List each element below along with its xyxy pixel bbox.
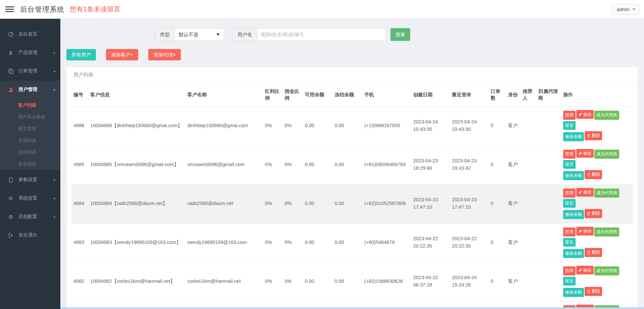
cell-last-login: 2023-04-23 19:43:42 [450,145,489,184]
cell-phone: (+1)0988167855 [362,106,411,145]
column-header: 操作 [561,83,633,106]
delete-button[interactable]: 删除 [585,287,602,296]
cell-actions: 禁用修改成为代理商留言 修改余额删除 [561,106,633,145]
sidebar-subitem-fund-details[interactable]: 资金明细 [0,158,60,170]
disable-button[interactable]: 禁用 [563,227,576,237]
cell-available-balance: 0.00 [303,262,333,301]
sidebar-item-products[interactable]: ฿ 产品管理 ▸ [0,44,60,61]
dashboard-icon [7,32,14,37]
edit-button[interactable]: 修改 [576,149,594,158]
cell-customer-name: dinhhiep150680@gmai.com [185,106,263,145]
sidebar-item-users[interactable]: 用户管理 ▸ [0,81,60,98]
sidebar-item-label: 后台首页 [18,31,56,37]
delete-button[interactable]: 删除 [585,170,602,179]
disable-button[interactable]: 禁用 [563,111,576,120]
message-button[interactable]: 留言 [563,121,576,130]
cell-bonus-ratio: 0% [263,262,283,301]
delete-button[interactable]: 删除 [585,248,602,257]
become-agent-button[interactable]: 成为代理商 [594,227,620,237]
cell-phone: (+81)09056489769 [362,145,411,184]
edit-balance-button[interactable]: 修改余额 [563,132,584,141]
sidebar-item-label: 产品管理 [18,50,54,56]
cell-available-balance: 0.00 [303,223,333,262]
add-customer-button[interactable]: 添加客户+ [106,49,138,60]
cell-commission-ratio: 0% [282,145,303,184]
cell-actions: 禁用修改成为代理商留言 修改余额删除 [561,262,633,301]
cell-role: 客户 [506,145,521,184]
trash-icon [587,290,591,294]
sidebar-item-system[interactable]: ⚙ 系统设置 ▸ [0,190,60,207]
sidebar-item-orders[interactable]: 订单管理 ▸ [0,62,60,80]
horizontal-scrollbar[interactable] [60,307,644,309]
delete-button[interactable]: 删除 [585,209,602,218]
sidebar-item-other[interactable]: ⚙ 其他配置 ▸ [0,208,60,225]
chevron-down-icon [216,34,220,36]
message-button[interactable]: 留言 [563,160,576,169]
username-input[interactable] [257,29,386,41]
chevron-down-icon [632,8,636,10]
cell-last-login: 2023-04-24 10:43:30 [450,106,489,145]
cell-created-date: 2023-04-22 20:22:35 [411,223,450,262]
cell-referrer [521,223,536,262]
pencil-icon [578,190,582,194]
add-agent-button[interactable]: 添加代理+ [148,49,180,60]
cell-customer-info: 10004986【dinhhiep150680@gmai.com】 [88,106,185,145]
message-button[interactable]: 留言 [563,199,576,208]
cell-role: 客户 [506,262,521,301]
sidebar-item-logout[interactable]: 安全退出 [0,226,60,244]
message-button[interactable]: 留言 [563,238,576,247]
all-users-button[interactable]: 所有用户 [66,49,96,60]
cell-bonus-ratio: 0% [263,145,283,184]
become-agent-button[interactable]: 成为代理商 [594,150,620,159]
edit-button[interactable]: 修改 [576,227,594,236]
cell-role: 客户 [506,184,521,223]
edit-button[interactable]: 修改 [576,266,594,275]
pencil-icon [578,112,582,116]
column-header: 手机 [362,83,411,106]
menu-toggle-icon[interactable] [5,5,14,13]
cell-available-balance: 0.00 [303,106,333,145]
edit-button[interactable]: 修改 [576,110,594,119]
become-agent-button[interactable]: 成为代理商 [594,189,620,198]
cell-commission-ratio: 0% [282,223,303,262]
chevron-right-icon: ▸ [54,177,56,182]
disable-button[interactable]: 禁用 [563,189,576,198]
sidebar-item-label: 用户管理 [18,87,54,93]
edit-button[interactable]: 修改 [576,188,594,197]
delete-button[interactable]: 删除 [585,131,602,140]
filter-bar: 类型 默认不选 用户名 搜索 [155,28,638,41]
cell-frozen-balance: 0.00 [332,184,362,223]
cell-id: 4986 [71,106,88,145]
user-list-panel: 用户列表 编号客户信息客户名称红利比例佣金比例可用余额冻结余额手机创建日期最近登… [66,67,638,309]
search-button[interactable]: 搜索 [390,28,410,41]
chevron-right-icon: ▸ [54,196,56,201]
edit-balance-button[interactable]: 修改余额 [563,171,584,180]
sidebar-item-label: 安全退出 [18,232,56,238]
sidebar-subitem-recharge-list[interactable]: 充值列表 [0,135,60,146]
sidebar-item-params[interactable]: 参数设置 ▸ [0,171,60,189]
cell-frozen-balance: 0.00 [332,262,362,301]
main-content: 类型 默认不选 用户名 搜索 所有用户 添加客户+ 添加代理+ 用户列表 [60,19,644,309]
column-header: 客户名称 [185,83,263,106]
sidebar-item-home[interactable]: 后台首页 [0,25,60,43]
cell-created-date: 2023-04-24 10:43:30 [411,106,450,145]
unread-message-alert[interactable]: 您有1条未读留言 [70,5,120,14]
sidebar-subitem-customer-list[interactable]: 客户列表 [0,99,60,111]
type-filter-select[interactable]: 默认不选 [175,29,224,41]
table-row: 4982 10004982【corlos1kim@hanmail.net】 co… [71,262,633,301]
sidebar-subitem-message-management[interactable]: 留言管理 [0,123,60,135]
edit-balance-button[interactable]: 修改余额 [563,288,584,297]
disable-button[interactable]: 禁用 [563,266,576,275]
cell-customer-name: wendy19890109@163.com [185,223,263,262]
edit-balance-button[interactable]: 修改余额 [563,210,584,219]
edit-balance-button[interactable]: 修改余额 [563,249,584,258]
disable-button[interactable]: 禁用 [563,150,576,159]
sidebar-subitem-withdraw-list[interactable]: 提现列表 [0,146,60,158]
sidebar-item-label: 其他配置 [18,214,54,220]
become-agent-button[interactable]: 成为代理商 [594,266,620,275]
admin-dropdown[interactable]: admin [612,4,639,15]
sidebar-subitem-realname-review[interactable]: 用户实名审核 [0,111,60,123]
chevron-right-icon: ▸ [54,69,56,73]
message-button[interactable]: 留言 [563,277,576,286]
become-agent-button[interactable]: 成为代理商 [594,111,620,120]
